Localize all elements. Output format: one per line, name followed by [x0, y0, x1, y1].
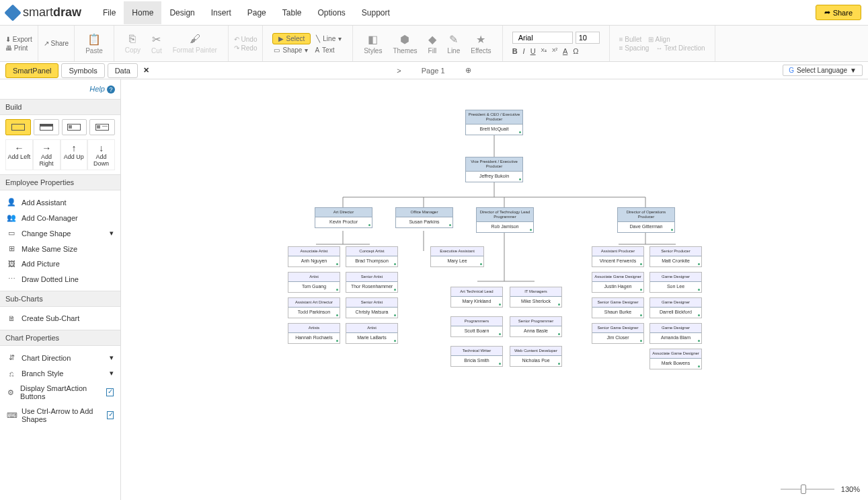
draw-dotted-button[interactable]: ⋯Draw Dotted Line: [5, 271, 115, 287]
add-page-button[interactable]: ⊕: [465, 66, 471, 75]
canvas[interactable]: President & CEO / Executive Producer Bre…: [121, 79, 868, 500]
tab-data[interactable]: Data: [108, 63, 138, 78]
menu-file[interactable]: File: [95, 1, 124, 24]
org-node-employee[interactable]: Game DesignerAmanda Blam: [649, 323, 702, 344]
org-node-employee[interactable]: Associate Game DesignerJustin Hagen: [592, 272, 644, 293]
text-direction-button[interactable]: ↔ Text Direction: [656, 44, 705, 52]
org-node-employee[interactable]: Assistant ProducerVincent Ferwerds: [592, 246, 644, 267]
org-node-employee[interactable]: Associate ArtistAnh Nguyen: [288, 246, 340, 267]
create-subchart-button[interactable]: 🗎Create Sub-Chart: [5, 311, 115, 326]
branch-style-button[interactable]: ⎌Branch Style▾: [5, 365, 115, 381]
org-node-employee[interactable]: Senior Game DesignerJim Closer: [592, 323, 644, 344]
menu-home[interactable]: Home: [124, 1, 161, 24]
themes-button[interactable]: ⬢Themes: [387, 32, 422, 56]
org-node-employee[interactable]: Senior ProducerMatt Cronkite: [649, 246, 702, 267]
symbol-button[interactable]: Ω: [573, 47, 578, 55]
copy-button[interactable]: ⎘Copy: [120, 32, 146, 56]
print-button[interactable]: 🖶 Print: [5, 44, 32, 52]
page-tab[interactable]: Page 1: [422, 67, 445, 75]
font-color-button[interactable]: A: [563, 47, 567, 55]
menu-support[interactable]: Support: [354, 1, 398, 24]
menu-options[interactable]: Options: [309, 1, 353, 24]
share-button[interactable]: ➦ Share: [816, 5, 861, 20]
effects-button[interactable]: ★Effects: [465, 32, 496, 56]
font-size-select[interactable]: [576, 32, 600, 44]
redo-button[interactable]: ↷ Redo: [234, 44, 258, 52]
export-button[interactable]: ⬇ Export: [5, 36, 32, 43]
org-node-ceo[interactable]: President & CEO / Executive Producer Bre…: [465, 110, 523, 135]
zoom-slider[interactable]: [781, 489, 834, 490]
paste-button[interactable]: 📋Paste: [80, 32, 108, 56]
org-node-employee[interactable]: Art Technical LeadMary Kirkland: [450, 287, 503, 308]
menu-design[interactable]: Design: [161, 1, 202, 24]
org-node-employee[interactable]: Senior ProgrammerAnna Basle: [510, 316, 562, 337]
undo-button[interactable]: ↶ Undo: [234, 36, 258, 43]
align-button[interactable]: ⊞ Align: [648, 36, 670, 43]
tab-symbols[interactable]: Symbols: [61, 63, 104, 78]
org-node-dir-ops[interactable]: Director of Operations Producer Dave Git…: [617, 207, 675, 233]
add-up-button[interactable]: ↑Add Up: [61, 139, 88, 170]
bullet-button[interactable]: ≡ Bullet: [619, 36, 642, 43]
org-node-dir-art[interactable]: Art Director Kevin Proctor: [315, 207, 372, 228]
org-node-employee[interactable]: Technical WriterBricia Smith: [450, 346, 503, 367]
menu-table[interactable]: Table: [274, 1, 310, 24]
share-ribbon-button[interactable]: ↗ Share: [44, 40, 69, 47]
help-link[interactable]: Help ?: [5, 85, 115, 94]
styles-button[interactable]: ◧Styles: [358, 32, 387, 56]
org-node-employee[interactable]: Assistant Art DirectorTodd Parkinson: [288, 297, 340, 318]
org-node-employee[interactable]: Game DesignerSon Lee: [649, 272, 702, 293]
org-node-employee[interactable]: Senior Game DesignerShaun Burke: [592, 297, 644, 318]
prev-page-button[interactable]: >: [397, 67, 401, 75]
tab-smartpanel[interactable]: SmartPanel: [5, 63, 58, 78]
add-assistant-button[interactable]: 👤Add Assistant: [5, 194, 115, 210]
font-select[interactable]: [512, 32, 573, 44]
subscript-button[interactable]: X₂: [541, 47, 547, 55]
display-smartaction-toggle[interactable]: ⚙Display SmartAction Buttons: [5, 381, 115, 404]
underline-button[interactable]: U: [530, 47, 536, 55]
org-node-employee[interactable]: Concept ArtistBrad Thompson: [346, 246, 398, 267]
org-node-employee[interactable]: Web Content DeveloperNicholas Poe: [510, 346, 562, 367]
shape-titled-button[interactable]: [34, 119, 59, 135]
org-node-employee[interactable]: Senior ArtistChristy Matsura: [346, 297, 398, 318]
select-tool[interactable]: ▶ Select: [272, 33, 311, 44]
spacing-button[interactable]: ≡ Spacing: [619, 44, 649, 52]
menu-page[interactable]: Page: [239, 1, 274, 24]
italic-button[interactable]: I: [523, 47, 525, 55]
menu-insert[interactable]: Insert: [203, 1, 239, 24]
org-node-dir-office[interactable]: Office Manager Susan Parkins: [395, 207, 453, 228]
fill-button[interactable]: ◆Fill: [423, 32, 442, 56]
add-picture-button[interactable]: 🖼Add Picture: [5, 256, 115, 271]
chart-direction-button[interactable]: ⇵Chart Direction▾: [5, 350, 115, 365]
make-same-size-button[interactable]: ⊞Make Same Size: [5, 241, 115, 256]
bold-button[interactable]: B: [512, 47, 518, 55]
add-right-button[interactable]: →Add Right: [33, 139, 61, 170]
cut-button[interactable]: ✂Cut: [146, 32, 167, 56]
add-comanager-button[interactable]: 👥Add Co-Manager: [5, 210, 115, 225]
org-node-employee[interactable]: ProgrammersScott Boarn: [450, 316, 503, 337]
add-left-button[interactable]: ←Add Left: [5, 139, 33, 170]
org-node-employee[interactable]: Associate Game DesignerMark Bowens: [649, 349, 702, 369]
close-panel-button[interactable]: ✕: [141, 63, 152, 78]
org-node-employee[interactable]: ArtistTom Guang: [288, 272, 340, 293]
change-shape-button[interactable]: ▭Change Shape▾: [5, 225, 115, 241]
org-node-employee[interactable]: ArtistMarie LaBarts: [346, 323, 398, 344]
org-node-employee[interactable]: Game DesignerDarrell Bickford: [649, 297, 702, 318]
org-node-exec-assist[interactable]: Executive Assistant Mary Lee: [430, 246, 484, 267]
superscript-button[interactable]: X²: [552, 47, 557, 55]
org-node-employee[interactable]: ArtistsHannah Rochaels: [288, 323, 340, 344]
org-node-dir-tech[interactable]: Director of Technology Lead Programmer R…: [476, 207, 534, 233]
add-down-button[interactable]: ↓Add Down: [87, 139, 115, 170]
org-node-vp[interactable]: Vice President / Executive Producer Jeff…: [465, 157, 523, 182]
text-tool[interactable]: A Text: [313, 46, 336, 55]
org-node-employee[interactable]: IT ManagersMike Sherlock: [510, 287, 562, 308]
shape-photo-left-button[interactable]: [62, 119, 87, 135]
format-painter-button[interactable]: 🖌Format Painter: [167, 32, 223, 56]
shape-tool[interactable]: ▭ Shape ▾: [272, 46, 309, 55]
ctrl-arrow-toggle[interactable]: ⌨Use Ctrl-Arrow to Add Shapes: [5, 404, 115, 427]
line-style-button[interactable]: ✎Line: [442, 32, 465, 56]
shape-plain-button[interactable]: [5, 119, 31, 135]
line-tool[interactable]: ╲ Line ▾: [315, 34, 343, 43]
shape-photo-card-button[interactable]: [89, 119, 115, 135]
language-select[interactable]: G Select Language ▼: [783, 65, 863, 76]
org-node-employee[interactable]: Senior ArtistThor Rosenhammer: [346, 272, 398, 293]
